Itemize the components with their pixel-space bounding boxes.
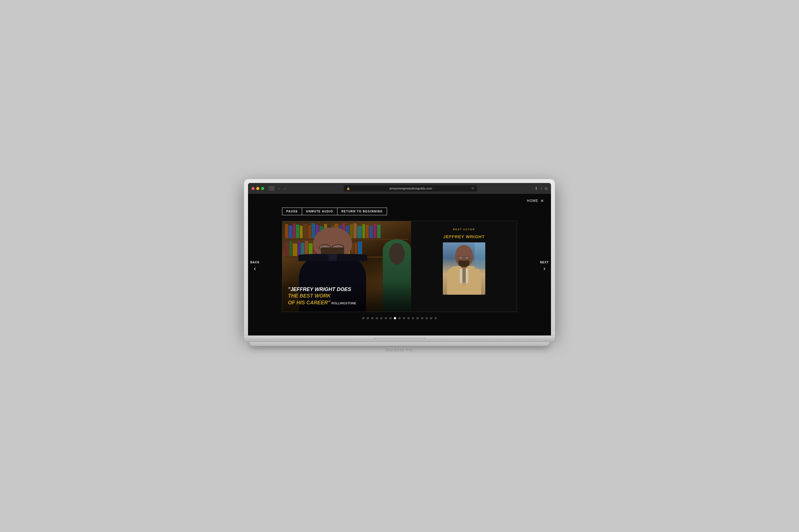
portrait-glass-right	[464, 256, 469, 260]
minimize-traffic-light[interactable]	[256, 187, 259, 190]
svg-rect-1	[270, 188, 273, 188]
book-1	[285, 224, 288, 238]
dot-2[interactable]	[371, 317, 374, 319]
dot-14[interactable]	[425, 317, 428, 319]
dot-3[interactable]	[376, 317, 378, 319]
slide-right-panel: BEST ACTOR JEFFREY WRIGHT	[411, 221, 517, 312]
tabs-icon[interactable]: ⧉	[545, 186, 548, 191]
dot-12[interactable]	[417, 317, 419, 319]
book-r2-1	[285, 242, 289, 256]
home-button[interactable]: HOME ✕	[527, 198, 544, 203]
book-2	[289, 225, 292, 238]
forward-nav-btn[interactable]: ›	[283, 186, 286, 191]
reload-icon[interactable]: ↻	[471, 186, 474, 190]
slide-content: "JEFFREY WRIGHT DOES THE BEST WORK OF HI…	[282, 221, 517, 312]
dot-7-active[interactable]	[394, 317, 396, 319]
dot-4[interactable]	[380, 317, 382, 319]
close-traffic-light[interactable]	[251, 187, 255, 190]
collar	[298, 254, 367, 261]
dot-15[interactable]	[430, 317, 432, 319]
portrait-glasses	[458, 256, 470, 260]
dot-13[interactable]	[421, 317, 423, 319]
actor-name: JEFFREY WRIGHT	[443, 234, 485, 239]
control-bar: PAUSE UNMUTE AUDIO RETURN TO BEGINNING	[248, 208, 551, 221]
window-control-btn[interactable]	[268, 186, 275, 191]
quote-overlay: "JEFFREY WRIGHT DOES THE BEST WORK OF HI…	[282, 281, 411, 312]
fullscreen-traffic-light[interactable]	[261, 187, 264, 190]
quote-line1: "JEFFREY WRIGHT DOES	[288, 286, 351, 292]
dot-6[interactable]	[389, 317, 392, 319]
svg-rect-0	[270, 187, 273, 190]
browser-titlebar: ‹ › 🔒 amazonmgmstudiosguilds.com ↻ ⬆ + ⧉	[248, 183, 551, 194]
dot-9[interactable]	[403, 317, 405, 319]
laptop-frame: ‹ › 🔒 amazonmgmstudiosguilds.com ↻ ⬆ + ⧉	[244, 179, 555, 353]
hinge-notch	[374, 338, 425, 340]
dot-10[interactable]	[407, 317, 410, 319]
bg-window	[474, 242, 485, 269]
lock-icon: 🔒	[347, 187, 350, 190]
unmute-audio-button[interactable]: UNMUTE AUDIO	[302, 208, 337, 215]
award-category: BEST ACTOR	[453, 228, 475, 231]
quote-source: RollingStone	[331, 302, 356, 305]
next-arrow-icon: ›	[543, 265, 545, 272]
portrait-beard	[459, 261, 469, 267]
return-to-beginning-button[interactable]: RETURN TO BEGINNING	[338, 208, 387, 215]
book-24	[374, 224, 377, 238]
url-text: amazonmgmstudiosguilds.com	[352, 187, 470, 190]
pause-button[interactable]: PAUSE	[282, 208, 302, 215]
back-arrow-icon: ‹	[254, 265, 256, 272]
site-navigation: HOME ✕	[248, 194, 551, 208]
portrait-figure	[443, 242, 485, 295]
home-label: HOME	[527, 199, 538, 203]
next-label: NEXT	[540, 261, 549, 264]
dot-11[interactable]	[412, 317, 414, 319]
browser-controls: ‹ ›	[268, 186, 287, 191]
laptop-base	[244, 336, 555, 342]
back-navigation[interactable]: BACK ‹	[250, 261, 260, 272]
address-bar-wrapper: 🔒 amazonmgmstudiosguilds.com ↻	[289, 185, 532, 191]
scene-image: "JEFFREY WRIGHT DOES THE BEST WORK OF HI…	[282, 221, 411, 312]
slide-dots	[248, 312, 551, 324]
dot-16[interactable]	[435, 317, 437, 319]
hands-clasped	[451, 283, 477, 290]
slideshow-wrapper: BACK ‹	[265, 221, 534, 312]
macbook-label: MacBook Pro	[244, 346, 555, 353]
actor-portrait	[443, 242, 485, 295]
dot-0[interactable]	[362, 317, 364, 319]
traffic-lights	[251, 187, 264, 190]
close-icon: ✕	[541, 198, 544, 203]
book-25	[377, 225, 381, 238]
back-nav-btn[interactable]: ‹	[277, 186, 280, 191]
browser-actions: ⬆ + ⧉	[534, 186, 548, 191]
portrait-head	[455, 245, 473, 267]
new-tab-icon[interactable]: +	[540, 186, 543, 191]
collar-center	[328, 254, 337, 261]
browser-chrome: ‹ › 🔒 amazonmgmstudiosguilds.com ↻ ⬆ + ⧉	[248, 183, 551, 336]
dot-1[interactable]	[367, 317, 369, 319]
address-bar[interactable]: 🔒 amazonmgmstudiosguilds.com ↻	[344, 185, 477, 191]
share-icon[interactable]: ⬆	[534, 186, 538, 191]
quote-line2: THE BEST WORK	[288, 293, 331, 299]
quote-line3: OF HIS CAREER"RollingStone	[288, 300, 356, 305]
laptop-bottom	[250, 342, 549, 346]
book-r2-2	[289, 241, 292, 256]
website-content: HOME ✕ PAUSE UNMUTE AUDIO RETURN TO BEGI…	[248, 194, 551, 336]
slideshow-container: "JEFFREY WRIGHT DOES THE BEST WORK OF HI…	[282, 221, 517, 312]
back-label: BACK	[250, 261, 260, 264]
quote-text: "JEFFREY WRIGHT DOES THE BEST WORK OF HI…	[288, 286, 405, 306]
dot-8[interactable]	[398, 317, 401, 319]
next-navigation[interactable]: NEXT ›	[540, 261, 549, 272]
back-figure-head	[389, 243, 405, 265]
portrait-glass-left	[458, 256, 463, 260]
slide-left-panel: "JEFFREY WRIGHT DOES THE BEST WORK OF HI…	[282, 221, 411, 312]
dot-5[interactable]	[385, 317, 387, 319]
laptop-body: ‹ › 🔒 amazonmgmstudiosguilds.com ↻ ⬆ + ⧉	[244, 179, 555, 336]
